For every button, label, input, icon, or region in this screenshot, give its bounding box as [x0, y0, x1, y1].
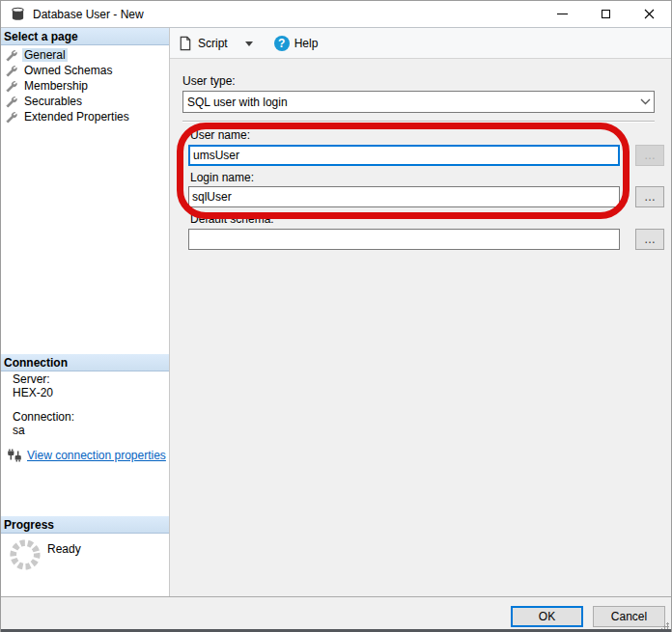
- wrench-icon: [5, 80, 17, 93]
- close-button[interactable]: [628, 1, 671, 27]
- title-bar: Database User - New: [1, 1, 671, 28]
- page-list: General Owned Schemas Membership Securab…: [1, 47, 169, 124]
- sidebar: Select a page General Owned Schemas Memb…: [1, 28, 170, 596]
- view-connection-properties-link[interactable]: View connection properties: [27, 449, 166, 462]
- default-schema-input[interactable]: [188, 229, 620, 250]
- user-name-input[interactable]: [188, 145, 620, 166]
- ok-button[interactable]: OK: [511, 606, 583, 627]
- chevron-down-icon: [245, 41, 253, 46]
- sidebar-item-label: Extended Properties: [22, 110, 131, 124]
- connection-header: Connection: [1, 354, 169, 371]
- user-name-browse-button: …: [635, 145, 664, 166]
- database-user-dialog: Database User - New Select a page Genera…: [0, 0, 672, 632]
- sidebar-item-label: General: [22, 48, 68, 62]
- connection-properties-icon: [7, 449, 22, 462]
- wrench-icon: [5, 65, 17, 77]
- toolbar: Script ? Help: [170, 28, 671, 59]
- footer: OK Cancel: [1, 596, 671, 630]
- sidebar-item-membership[interactable]: Membership: [1, 78, 169, 94]
- user-type-value: SQL user with login: [183, 96, 636, 109]
- progress-status: Ready: [47, 542, 81, 556]
- cancel-button[interactable]: Cancel: [593, 606, 665, 627]
- login-name-label: Login name:: [190, 171, 254, 184]
- wrench-icon: [5, 111, 17, 124]
- user-name-label: User name:: [190, 128, 250, 142]
- main-panel: Script ? Help User type: SQL user with l…: [170, 28, 671, 596]
- sidebar-item-securables[interactable]: Securables: [1, 94, 169, 109]
- user-type-select[interactable]: SQL user with login: [182, 91, 655, 113]
- progress-header: Progress: [1, 516, 169, 534]
- window-title: Database User - New: [33, 8, 144, 21]
- server-label: Server:: [1, 372, 169, 386]
- default-schema-label: Default schema:: [190, 212, 274, 226]
- chevron-down-icon: [636, 92, 654, 112]
- script-button[interactable]: Script: [170, 32, 232, 55]
- maximize-button[interactable]: [584, 1, 628, 27]
- help-icon: ?: [274, 36, 290, 51]
- login-name-browse-button[interactable]: …: [635, 186, 664, 207]
- minimize-icon: [557, 14, 568, 14]
- sidebar-item-label: Owned Schemas: [22, 64, 114, 77]
- script-icon: [178, 36, 192, 51]
- sidebar-item-general[interactable]: General: [1, 47, 169, 63]
- database-icon: [11, 7, 25, 21]
- server-value: HEX-20: [1, 386, 169, 399]
- default-schema-browse-button[interactable]: …: [635, 229, 664, 250]
- sidebar-item-label: Membership: [22, 79, 90, 93]
- script-button-label: Script: [198, 37, 228, 50]
- login-name-input[interactable]: [188, 186, 620, 207]
- connection-value: sa: [1, 424, 169, 437]
- connection-info: Server: HEX-20 Connection: sa View conne…: [1, 372, 169, 462]
- close-icon: [644, 9, 655, 19]
- help-button-label: Help: [294, 37, 319, 50]
- section-divider: [182, 121, 655, 123]
- progress-spinner-icon: [9, 538, 42, 571]
- help-button[interactable]: ? Help: [266, 32, 322, 55]
- sidebar-item-owned-schemas[interactable]: Owned Schemas: [1, 63, 169, 78]
- user-type-label: User type:: [182, 74, 236, 88]
- script-dropdown[interactable]: [232, 32, 266, 55]
- minimize-button[interactable]: [541, 1, 584, 27]
- sidebar-item-label: Securables: [22, 95, 84, 108]
- wrench-icon: [5, 96, 17, 108]
- connection-label: Connection:: [1, 410, 169, 424]
- wrench-icon: [5, 49, 17, 62]
- maximize-icon: [602, 10, 610, 18]
- sidebar-item-extended-properties[interactable]: Extended Properties: [1, 109, 169, 124]
- select-a-page-header: Select a page: [1, 28, 169, 45]
